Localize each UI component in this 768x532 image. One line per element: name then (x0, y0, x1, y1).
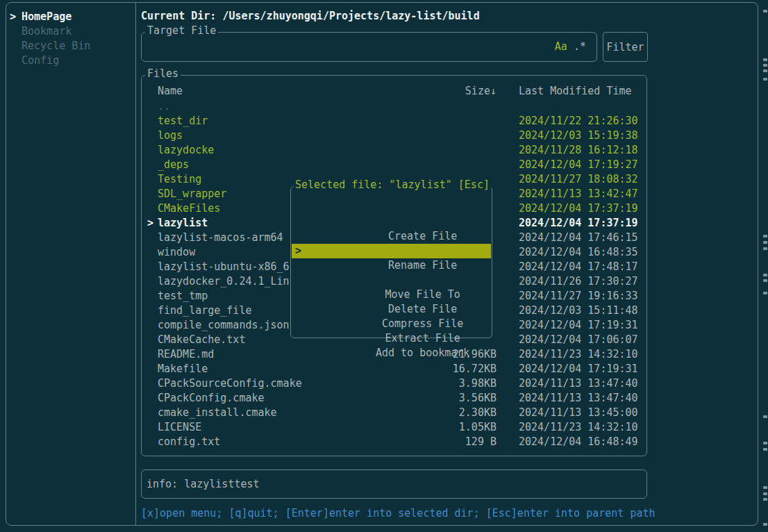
file-modified-time: 2024/11/23 14:32:10 (519, 348, 642, 360)
file-modified-time: 2024/11/22 21:26:30 (519, 115, 642, 127)
scrollbar-mark (763, 486, 767, 489)
info-panel: info: lazylisttest (141, 469, 647, 499)
scrollbar-mark (763, 523, 767, 526)
column-header-modified: Last Modified Time (519, 85, 642, 97)
file-name: CPackConfig.cmake (158, 392, 427, 404)
file-name: logs (158, 129, 427, 142)
scrollbar-mark (763, 492, 767, 495)
file-modified-time: 2024/12/04 17:19:31 (519, 363, 642, 375)
scrollbar-mark (763, 235, 767, 238)
file-action-menu-items: Create File Create Folder Rename File > … (292, 200, 491, 331)
file-name: _deps (158, 158, 427, 171)
file-size: 16.72KB (427, 363, 496, 375)
file-modified-time: 2024/12/04 17:37:19 (519, 217, 642, 229)
file-modified-time: 2024/12/04 16:48:49 (519, 435, 642, 448)
file-name: LICENSE (158, 421, 427, 433)
file-modified-time: 2024/11/27 18:08:32 (519, 173, 642, 185)
menu-item[interactable]: Extract File (292, 302, 491, 317)
sidebar: > HomePage Bookmark Recycle Bin Config (10, 10, 131, 68)
file-modified-time: 2024/12/04 17:06:07 (519, 333, 642, 346)
keybinding-status-bar: [x]open menu; [q]quit; [Enter]enter into… (141, 507, 656, 519)
filter-button[interactable]: Filter (603, 32, 648, 62)
sidebar-divider (135, 3, 136, 525)
sidebar-item-label: Bookmark (22, 24, 72, 39)
scrollbar-mark (763, 10, 767, 13)
scrollbar-mark (763, 69, 767, 72)
file-modified-time: 2024/12/04 17:19:31 (519, 319, 642, 331)
file-row[interactable]: _deps 2024/12/04 17:19:27 (147, 157, 642, 172)
selection-arrow-icon (10, 53, 22, 68)
regex-icon[interactable]: .* (574, 40, 586, 53)
target-file-box-title: Target File (145, 25, 218, 37)
selection-arrow-icon: > (10, 10, 22, 24)
menu-item[interactable]: Move File To (292, 258, 491, 273)
file-row[interactable]: CPackConfig.cmake 3.56KB 2024/11/13 13:4… (147, 390, 642, 405)
file-row[interactable]: LICENSE 1.05KB 2024/11/23 14:32:10 (147, 419, 642, 434)
file-row[interactable]: cmake_install.cmake 2.30KB 2024/11/13 13… (147, 405, 642, 419)
menu-item[interactable]: Add to bookmark (292, 317, 491, 331)
menu-item[interactable]: > Copy File To (292, 244, 491, 258)
file-row[interactable]: .. (147, 99, 642, 113)
scrollbar[interactable] (762, 0, 768, 532)
scrollbar-mark (763, 448, 767, 451)
column-header-name: Name (158, 85, 427, 97)
file-modified-time: 2024/11/27 19:16:33 (519, 290, 642, 302)
scrollbar-mark (763, 58, 767, 61)
file-row[interactable]: config.txt 129 B 2024/12/04 16:48:49 (147, 434, 642, 449)
sidebar-item-label: Config (22, 53, 59, 68)
file-size: 1.05KB (427, 421, 496, 433)
menu-item[interactable]: Rename File (292, 229, 491, 244)
file-modified-time: 2024/11/23 14:32:10 (519, 421, 642, 433)
sidebar-item-label: HomePage (22, 10, 72, 24)
file-name: cmake_install.cmake (158, 406, 427, 419)
file-row[interactable]: test_dir 2024/11/22 21:26:30 (147, 113, 642, 128)
menu-item[interactable]: Create Folder (292, 215, 491, 229)
file-modified-time: 2024/11/26 17:30:27 (519, 275, 642, 288)
file-modified-time: 2024/11/28 16:12:18 (519, 144, 642, 156)
sidebar-item[interactable]: Bookmark (10, 24, 131, 39)
column-header-size-sort[interactable]: Size↓ (427, 85, 496, 97)
selection-arrow-icon (10, 24, 22, 39)
file-modified-time: 2024/12/04 17:19:27 (519, 158, 642, 171)
filter-flags: Aa .* (555, 40, 586, 53)
scrollbar-mark (763, 498, 767, 501)
sidebar-item[interactable]: Recycle Bin (10, 39, 131, 53)
file-size: 3.56KB (427, 392, 496, 404)
file-action-menu: Selected file: "lazylist" [Esc] Create F… (290, 186, 492, 338)
scrollbar-mark (763, 292, 767, 294)
sidebar-item[interactable]: Config (10, 53, 131, 68)
file-row[interactable]: CPackSourceConfig.cmake 3.98KB 2024/11/1… (147, 376, 642, 390)
file-row[interactable]: lazydocke 2024/11/28 16:12:18 (147, 142, 642, 157)
case-sensitive-icon[interactable]: Aa (555, 40, 567, 53)
file-modified-time: 2024/12/04 17:46:15 (519, 231, 642, 244)
file-modified-time: 2024/12/03 15:19:38 (519, 129, 642, 142)
files-box-title: Files (145, 68, 181, 80)
menu-item[interactable]: Delete File (292, 273, 491, 288)
file-modified-time: 2024/11/13 13:47:40 (519, 392, 642, 404)
file-size: 129 B (427, 435, 496, 448)
scrollbar-mark (763, 442, 767, 444)
sidebar-item[interactable]: > HomePage (10, 10, 131, 24)
file-size: 3.98KB (427, 377, 496, 390)
menu-item[interactable]: Compress File (292, 288, 491, 302)
file-modified-time: 2024/12/04 17:48:17 (519, 260, 642, 273)
file-name: test_dir (158, 115, 427, 127)
info-text: info: lazylisttest (147, 478, 260, 490)
file-modified-time: 2024/12/04 16:48:35 (519, 246, 642, 258)
scrollbar-mark (763, 274, 767, 276)
file-modified-time: 2024/11/13 13:45:00 (519, 406, 642, 419)
target-file-input[interactable]: Target File Aa .* (141, 32, 597, 62)
menu-item[interactable]: Create File (292, 200, 491, 215)
menu-item-label: Add to bookmark (376, 347, 469, 359)
file-name: CPackSourceConfig.cmake (158, 377, 427, 390)
scrollbar-mark (763, 247, 767, 250)
app-window: > HomePage Bookmark Recycle Bin Config C… (0, 0, 768, 532)
file-size: 2.30KB (427, 406, 496, 419)
file-modified-time: 2024/11/13 13:47:40 (519, 377, 642, 390)
file-name: config.txt (158, 435, 427, 448)
file-row[interactable]: logs 2024/12/03 15:19:38 (147, 128, 642, 142)
file-modified-time: 2024/11/13 13:42:47 (519, 188, 642, 200)
files-header-row: Name Size↓ Last Modified Time (147, 83, 642, 98)
file-modified-time: 2024/12/04 17:37:19 (519, 202, 642, 215)
scrollbar-mark (763, 415, 767, 418)
